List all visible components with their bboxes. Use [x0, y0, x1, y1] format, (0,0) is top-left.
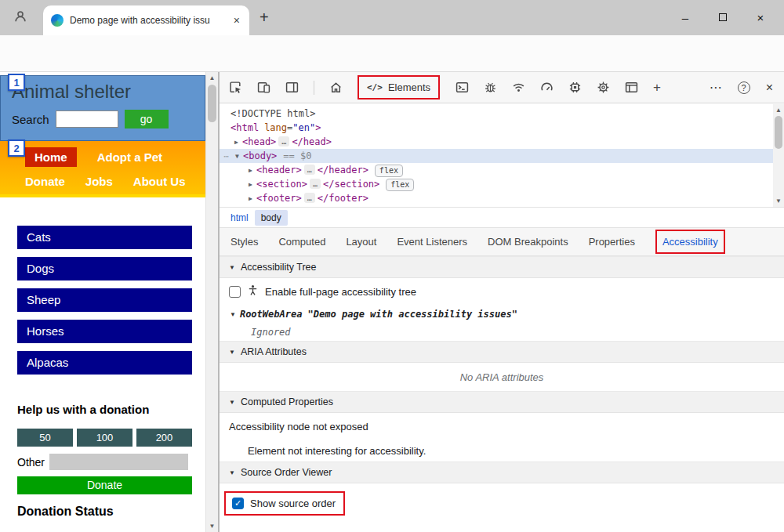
- breadcrumb-html[interactable]: html: [226, 210, 253, 226]
- enable-tree-checkbox[interactable]: [229, 286, 241, 298]
- performance-gauge-icon[interactable]: [540, 81, 554, 94]
- expand-arrow-icon[interactable]: ▶: [230, 136, 242, 150]
- nav-adopt-link[interactable]: Adopt a Pet: [97, 150, 162, 164]
- tab-event-listeners[interactable]: Event Listeners: [397, 236, 467, 248]
- scroll-up-icon[interactable]: ▲: [773, 107, 784, 114]
- page-content: 1 2 Animal shelter Search go Home Adopt …: [0, 72, 205, 532]
- animal-link-cats[interactable]: Cats: [17, 226, 192, 249]
- search-input[interactable]: [56, 110, 118, 128]
- scroll-down-icon[interactable]: ▼: [773, 197, 784, 204]
- browser-tab[interactable]: Demo page with accessibility issu ×: [43, 5, 249, 35]
- profile-person-icon: [13, 9, 27, 27]
- dock-panel-icon[interactable]: [285, 81, 299, 94]
- animal-link-sheep[interactable]: Sheep: [17, 288, 192, 312]
- debug-bug-icon[interactable]: [484, 81, 497, 94]
- node-not-exposed-message: Accessibility node not exposed: [220, 413, 784, 440]
- tab-close-icon[interactable]: ×: [232, 14, 241, 27]
- root-node-label: RootWebArea "Demo page with accessibilit…: [240, 309, 517, 320]
- tab-computed[interactable]: Computed: [278, 236, 325, 248]
- scrollbar-thumb[interactable]: [775, 116, 782, 149]
- collapse-arrow-icon[interactable]: ▼: [230, 311, 236, 318]
- dom-line-footer[interactable]: ▶<footer>…</footer>: [220, 191, 773, 205]
- inline-ellipsis[interactable]: …: [304, 165, 315, 175]
- go-button[interactable]: go: [125, 110, 169, 128]
- tab-elements[interactable]: </> Elements: [358, 75, 440, 100]
- memory-cpu-icon[interactable]: [568, 81, 582, 94]
- animal-link-dogs[interactable]: Dogs: [17, 257, 192, 280]
- expand-arrow-icon[interactable]: ▶: [245, 192, 256, 206]
- page-scrollbar[interactable]: ▲ ▼: [205, 72, 218, 532]
- show-source-order-checkbox[interactable]: ✓: [232, 498, 244, 509]
- section-aria-attributes[interactable]: ▼ ARIA Attributes: [220, 341, 784, 363]
- selected-node-hint: == $0: [283, 150, 311, 161]
- more-tools-plus-icon[interactable]: +: [653, 80, 661, 96]
- console-icon[interactable]: [456, 81, 469, 94]
- dom-line-body-selected[interactable]: ⋯▼<body>== $0: [220, 149, 773, 163]
- nav-about-link[interactable]: About Us: [133, 175, 186, 188]
- inline-ellipsis[interactable]: …: [310, 179, 321, 189]
- other-label: Other: [17, 456, 45, 469]
- inline-ellipsis[interactable]: …: [304, 193, 315, 203]
- enable-tree-row: Enable full-page accessibility tree: [220, 278, 784, 305]
- amount-200-button[interactable]: 200: [136, 429, 192, 447]
- a11y-tree-ignored-node[interactable]: Ignored: [220, 324, 784, 341]
- enable-tree-label: Enable full-page accessibility tree: [265, 286, 416, 298]
- tab-accessibility[interactable]: Accessibility: [655, 230, 725, 254]
- section-accessibility-tree[interactable]: ▼ Accessibility Tree: [220, 256, 784, 278]
- animal-link-horses[interactable]: Horses: [17, 320, 192, 343]
- tab-layout[interactable]: Layout: [346, 236, 376, 248]
- flex-badge[interactable]: flex: [386, 179, 414, 191]
- home-icon[interactable]: [329, 81, 343, 94]
- maximize-button[interactable]: [704, 2, 742, 33]
- scroll-down-icon[interactable]: ▼: [206, 523, 218, 530]
- animal-link-alpacas[interactable]: Alpacas: [17, 351, 192, 375]
- settings-gear-icon[interactable]: [597, 81, 610, 94]
- profile-button[interactable]: [8, 5, 33, 31]
- devtools-help-icon[interactable]: ?: [738, 81, 750, 94]
- nav-donate-link[interactable]: Donate: [25, 175, 65, 188]
- page-title: Animal shelter: [12, 81, 205, 103]
- scrollbar-thumb[interactable]: [208, 85, 216, 122]
- nav-home-link[interactable]: Home: [25, 147, 77, 167]
- collapse-arrow-icon[interactable]: ▼: [231, 150, 243, 164]
- network-wifi-icon[interactable]: [512, 81, 525, 94]
- expand-arrow-icon[interactable]: ▶: [245, 164, 256, 178]
- tab-dom-breakpoints[interactable]: DOM Breakpoints: [488, 236, 568, 248]
- breadcrumb-body[interactable]: body: [255, 210, 288, 226]
- tab-styles[interactable]: Styles: [230, 236, 258, 248]
- inspect-icon[interactable]: [229, 81, 242, 94]
- minimize-button[interactable]: –: [666, 2, 704, 33]
- section-title: Computed Properties: [241, 396, 333, 407]
- dom-line-head[interactable]: ▶<head>…</head>: [220, 135, 773, 149]
- dom-line-section[interactable]: ▶<section>…</section>flex: [220, 177, 773, 191]
- devtools-more-icon[interactable]: ⋯: [710, 80, 722, 95]
- section-title: Accessibility Tree: [241, 262, 317, 273]
- scroll-up-icon[interactable]: ▲: [206, 74, 218, 81]
- devtools-close-icon[interactable]: ×: [766, 81, 773, 95]
- devtools-toolbar: </> Elements +: [220, 72, 784, 103]
- source-order-badge-2: 2: [8, 139, 25, 157]
- section-title: ARIA Attributes: [241, 346, 307, 357]
- donate-button[interactable]: Donate: [17, 476, 192, 494]
- node-menu-icon[interactable]: ⋯: [221, 150, 231, 164]
- expand-arrow-icon[interactable]: ▶: [245, 178, 256, 192]
- other-amount-input[interactable]: [49, 454, 188, 470]
- dom-line-html[interactable]: <htmllang="en">: [220, 121, 773, 135]
- application-window-icon[interactable]: [625, 81, 638, 94]
- dom-tree-scrollbar[interactable]: ▲ ▼: [773, 104, 784, 207]
- page-nav: Home Adopt a Pet Donate Jobs About Us: [0, 141, 205, 197]
- dom-line-header[interactable]: ▶<header>…</header>flex: [220, 163, 773, 177]
- amount-100-button[interactable]: 100: [77, 429, 132, 447]
- section-source-order-viewer[interactable]: ▼ Source Order Viewer: [220, 461, 784, 483]
- flex-badge[interactable]: flex: [375, 165, 403, 177]
- tab-properties[interactable]: Properties: [589, 236, 635, 248]
- inline-ellipsis[interactable]: …: [278, 136, 289, 147]
- new-tab-button[interactable]: +: [260, 9, 269, 27]
- dom-line-doctype[interactable]: <!DOCTYPE html>: [220, 107, 773, 121]
- close-button[interactable]: ×: [742, 2, 779, 33]
- nav-jobs-link[interactable]: Jobs: [85, 175, 113, 188]
- section-computed-properties[interactable]: ▼ Computed Properties: [220, 391, 784, 413]
- amount-50-button[interactable]: 50: [17, 429, 73, 447]
- device-emulation-icon[interactable]: [257, 81, 270, 94]
- a11y-tree-root-node[interactable]: ▼ RootWebArea "Demo page with accessibil…: [220, 305, 784, 324]
